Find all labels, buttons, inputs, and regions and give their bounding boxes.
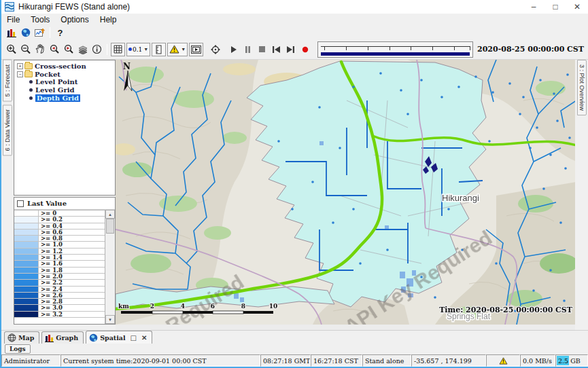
legend-row-label: >= 3.0: [39, 305, 105, 310]
zoom-next-icon[interactable]: [61, 43, 75, 56]
play-button[interactable]: [226, 43, 241, 56]
zoom-previous-icon[interactable]: [47, 43, 61, 56]
layer-bullet-icon: [29, 88, 33, 92]
tree-item-label-selected: Depth Grid: [35, 94, 80, 102]
legend-panel: Last Value >= 0 >= 0.2: [14, 197, 116, 325]
right-tab-strip: 3 : Plot Overview: [575, 60, 588, 330]
logs-button[interactable]: Logs: [5, 344, 31, 354]
spatial-layers-panel: + Cross-section − Pocket Level Point Lev…: [14, 60, 116, 330]
tree-item-pocket[interactable]: − Pocket: [16, 71, 115, 79]
layers-icon[interactable]: [75, 43, 90, 56]
tree-item-cross-section[interactable]: + Cross-section: [16, 62, 115, 71]
info-icon[interactable]: [90, 43, 104, 56]
right-vertical-tab[interactable]: 3 : Plot Overview: [577, 60, 587, 115]
tree-item-depth-grid[interactable]: Depth Grid: [16, 94, 115, 102]
town-label: Hikurangi: [442, 193, 479, 203]
legend-color-swatch: [14, 305, 39, 310]
legend-row[interactable]: >= 3.2: [14, 312, 105, 318]
menu-item[interactable]: Options: [55, 14, 94, 25]
map-toolbar: 0.1 ▼ ▼: [1, 39, 588, 60]
chevron-down-icon: ▼: [143, 47, 148, 52]
step-back-button[interactable]: [269, 43, 283, 56]
status-bar: Administrator Current system time:2020-0…: [1, 354, 588, 367]
tab-graph[interactable]: Graph: [41, 331, 84, 344]
legend-row-label: >= 0.4: [39, 223, 105, 229]
main-area: 5 : Forecast6 : Data Viewer + Cross-sect…: [1, 60, 588, 330]
last-value-checkbox[interactable]: [17, 200, 24, 207]
zoom-in-icon[interactable]: [4, 43, 18, 56]
close-button[interactable]: ✕: [566, 0, 588, 14]
float-panel-icon[interactable]: □: [131, 334, 137, 342]
scroll-down-icon[interactable]: ▼: [105, 315, 115, 324]
menu-item[interactable]: Tools: [25, 14, 55, 25]
tree-item-level-grid[interactable]: Level Grid: [16, 86, 115, 94]
toolbar-separator: [50, 27, 50, 38]
legend-row-label: >= 0.8: [39, 236, 105, 241]
close-panel-icon[interactable]: ✕: [141, 334, 147, 342]
maximize-button[interactable]: □: [544, 0, 566, 14]
stop-button[interactable]: [255, 43, 269, 56]
svg-text:km: km: [118, 303, 129, 310]
scroll-up-icon[interactable]: ▲: [105, 210, 115, 219]
pause-button[interactable]: [241, 43, 255, 56]
legend-title: Last Value: [27, 200, 67, 207]
tree-item-label: Level Grid: [35, 86, 74, 94]
layer-bullet-icon: [29, 80, 33, 84]
left-vertical-tab[interactable]: 5 : Forecast: [3, 60, 12, 102]
legend-color-swatch: [14, 280, 39, 285]
tree-item-level-point[interactable]: Level Point: [16, 78, 115, 86]
help-button[interactable]: ?: [53, 26, 67, 39]
step-forward-button[interactable]: [283, 43, 298, 56]
data-display-icon[interactable]: [4, 26, 18, 39]
svg-text:6: 6: [211, 303, 215, 310]
legend-row-label: >= 3.2: [39, 312, 105, 317]
tab-spatial[interactable]: Spatial □ ✕: [86, 331, 152, 344]
status-download-rate: 0.0 MB/s: [520, 354, 555, 367]
legend-color-swatch: [14, 210, 39, 216]
svg-text:10: 10: [269, 303, 278, 310]
legend-color-swatch: [14, 255, 39, 260]
animation-settings-icon[interactable]: [208, 43, 222, 56]
record-button[interactable]: [298, 43, 312, 56]
legend-row-label: >= 2.6: [39, 293, 105, 298]
status-mode: Stand alone: [362, 354, 411, 367]
svg-text:2: 2: [150, 303, 154, 310]
expand-icon[interactable]: +: [17, 63, 23, 69]
pan-hand-icon[interactable]: [33, 43, 47, 56]
legend-color-swatch: [14, 293, 39, 298]
status-memory[interactable]: 2.5 GB: [555, 354, 588, 367]
timeseries-display-icon[interactable]: [33, 26, 47, 39]
timeline-slider[interactable]: [317, 41, 473, 58]
minimize-button[interactable]: –: [523, 0, 544, 14]
animation-export-button[interactable]: [189, 43, 203, 56]
collapse-icon[interactable]: −: [17, 71, 23, 77]
menu-item[interactable]: Help: [94, 14, 122, 25]
timeline-progress-bar[interactable]: [321, 52, 470, 56]
zoom-out-icon[interactable]: [18, 43, 33, 56]
interval-dot-icon: [128, 48, 132, 51]
status-warning-cell[interactable]: [486, 354, 520, 367]
layer-bullet-icon: [29, 96, 33, 100]
legend-row-label: >= 1.4: [39, 255, 105, 260]
legend-row-label: >= 1.2: [39, 249, 105, 254]
map-canvas[interactable]: API Key Required API Key Required Hikura…: [116, 60, 575, 325]
legend-scrollbar[interactable]: ▲ ▼: [105, 210, 115, 324]
legend-row-label: >= 1.8: [39, 268, 105, 273]
app-window: Hikurangi FEWS (Stand alone) – □ ✕ FileT…: [0, 0, 588, 368]
warnings-button[interactable]: ▼: [167, 43, 188, 56]
tab-map[interactable]: Map: [4, 331, 39, 344]
timeline-ruler: [321, 46, 470, 47]
map-display-icon[interactable]: [18, 26, 33, 39]
contour-interval-select[interactable]: 0.1 ▼: [126, 43, 150, 56]
app-logo-icon: [5, 2, 14, 12]
scrollbar-thumb[interactable]: [106, 219, 114, 234]
left-vertical-tab[interactable]: 6 : Data Viewer: [3, 105, 12, 155]
menu-item[interactable]: File: [1, 14, 25, 25]
scale-bar-segments: [121, 311, 273, 314]
scale-ruler-button[interactable]: [152, 43, 166, 56]
tab-map-label: Map: [18, 334, 34, 342]
tree-item-label: Level Point: [35, 78, 77, 86]
legend-color-swatch: [14, 217, 39, 222]
globe-icon: [89, 333, 98, 342]
grid-display-button[interactable]: [111, 43, 125, 56]
